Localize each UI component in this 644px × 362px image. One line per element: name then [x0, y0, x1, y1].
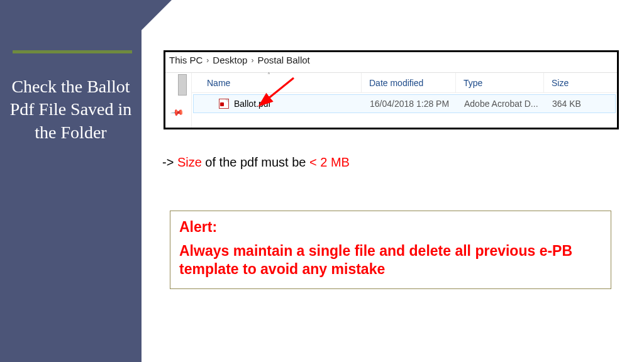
alert-text: Always maintain a single file and delete… — [179, 242, 602, 278]
sidebar-corner-tab — [113, 0, 142, 30]
breadcrumb-item[interactable]: Desktop — [213, 55, 247, 65]
file-name: Ballot.pdf — [234, 99, 270, 109]
note-size-word: Size — [177, 155, 202, 169]
sidebar-title: Check the Ballot Pdf File Saved in the F… — [0, 75, 142, 144]
column-size[interactable]: Size — [544, 73, 617, 92]
column-type[interactable]: Type — [456, 73, 544, 92]
scrollbar-thumb[interactable] — [178, 74, 187, 96]
chevron-right-icon: › — [206, 56, 209, 65]
column-headers: Name ˄ Date modified Type Size — [192, 73, 617, 93]
column-name-label: Name — [207, 78, 230, 88]
quick-access-pane: 📌 — [165, 73, 192, 128]
file-type: Adobe Acrobat D... — [457, 99, 545, 109]
file-list-area: Name ˄ Date modified Type Size Ballot.pd… — [192, 73, 617, 128]
sort-ascending-icon: ˄ — [267, 72, 270, 79]
file-explorer-window: This PC › Desktop › Postal Ballot 📌 Name… — [164, 50, 619, 129]
breadcrumb-item[interactable]: This PC — [169, 55, 203, 65]
sidebar-accent-line — [13, 50, 132, 53]
pin-icon[interactable]: 📌 — [170, 105, 184, 119]
explorer-body: 📌 Name ˄ Date modified Type Size Ballot.… — [165, 72, 617, 128]
breadcrumb-item[interactable]: Postal Ballot — [257, 55, 309, 65]
note-mid: of the pdf must be — [202, 155, 309, 169]
file-row[interactable]: Ballot.pdf 16/04/2018 1:28 PM Adobe Acro… — [193, 94, 616, 113]
column-date[interactable]: Date modified — [362, 73, 456, 92]
size-note: -> Size of the pdf must be < 2 MB — [162, 155, 350, 170]
alert-box: Alert: Always maintain a single file and… — [170, 211, 611, 289]
pdf-file-icon — [219, 99, 229, 109]
alert-title: Alert: — [179, 219, 602, 236]
column-name[interactable]: Name ˄ — [192, 73, 362, 92]
sidebar-panel: Check the Ballot Pdf File Saved in the F… — [0, 0, 142, 362]
file-size: 364 KB — [545, 99, 615, 109]
note-limit: < 2 MB — [309, 155, 350, 169]
breadcrumb[interactable]: This PC › Desktop › Postal Ballot — [169, 55, 310, 65]
note-prefix: -> — [162, 155, 177, 169]
chevron-right-icon: › — [251, 56, 253, 65]
file-date: 16/04/2018 1:28 PM — [362, 99, 457, 109]
